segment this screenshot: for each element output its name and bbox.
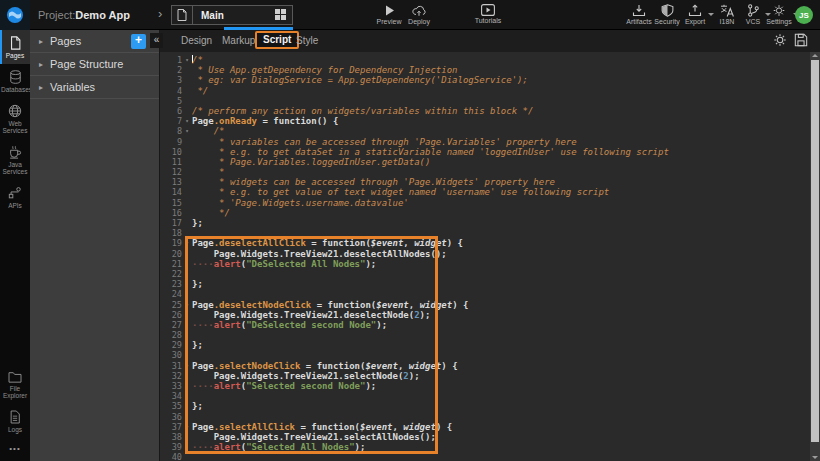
scroll-down-arrow[interactable] bbox=[810, 453, 820, 461]
fold-toggle-icon[interactable]: ▾ bbox=[182, 116, 192, 126]
scroll-up-arrow[interactable] bbox=[810, 52, 820, 60]
code-line[interactable]: 33····alert("Selected second Node"); bbox=[160, 381, 810, 391]
fold-gutter bbox=[182, 330, 192, 340]
code-line[interactable]: 14 * e.g. to get value of text widget na… bbox=[160, 187, 810, 197]
code-line[interactable]: 24 bbox=[160, 289, 810, 299]
branch-icon bbox=[746, 4, 760, 17]
code-line[interactable]: 4 */ bbox=[160, 86, 810, 96]
code-line[interactable]: 2 * Use App.getDependency for Dependency… bbox=[160, 65, 810, 75]
page-tab-main[interactable]: Main bbox=[171, 5, 293, 25]
code-line[interactable]: 11 * Page.Variables.loggedInUser.getData… bbox=[160, 157, 810, 167]
sidebar-item-logs[interactable]: Logs bbox=[0, 404, 30, 438]
fold-gutter bbox=[182, 106, 192, 116]
code-line[interactable]: 29}; bbox=[160, 340, 810, 350]
save-icon[interactable] bbox=[794, 33, 808, 47]
export-button[interactable]: Export bbox=[677, 4, 713, 26]
code-line[interactable]: 36 bbox=[160, 412, 810, 422]
sidebar-item-apis[interactable]: APIs bbox=[0, 180, 30, 214]
code-line[interactable]: 37▾Page.selectAllClick = function($event… bbox=[160, 422, 810, 432]
app-window: Project:Demo App › Main Preview Deploy T… bbox=[0, 0, 820, 461]
fold-toggle-icon[interactable]: ▾ bbox=[182, 126, 192, 136]
pages-panel: ▸ Pages + ▸ Page Structure ▸ Variables bbox=[30, 30, 160, 461]
code-line[interactable]: 32 Page.Widgets.TreeView21.selectNode(2)… bbox=[160, 371, 810, 381]
code-line[interactable]: 12 * bbox=[160, 167, 810, 177]
wavemaker-logo[interactable] bbox=[0, 0, 30, 30]
tutorials-button[interactable]: Tutorials bbox=[466, 4, 510, 25]
code-line[interactable]: 8▾ /* bbox=[160, 126, 810, 136]
sidebar-item-pages[interactable]: Pages bbox=[0, 30, 30, 64]
panel-section-page-structure[interactable]: ▸ Page Structure bbox=[30, 53, 159, 76]
script-settings-gear-icon[interactable] bbox=[773, 33, 787, 47]
code-line[interactable]: 23}; bbox=[160, 279, 810, 289]
code-line[interactable]: 3 * eg: var DialogService = App.getDepen… bbox=[160, 75, 810, 85]
sidebar-item-databases[interactable]: Databases bbox=[0, 64, 30, 98]
code-line[interactable]: 13 * widgets can be accessed through 'Pa… bbox=[160, 177, 810, 187]
user-avatar[interactable]: JS bbox=[795, 6, 813, 24]
tab-style[interactable]: Style bbox=[296, 35, 318, 46]
deploy-button[interactable]: Deploy bbox=[397, 4, 441, 26]
code-line[interactable]: 20 Page.Widgets.TreeView21.deselectAllNo… bbox=[160, 249, 810, 259]
code-line[interactable]: 27····alert("DeSelected second Node"); bbox=[160, 320, 810, 330]
video-icon bbox=[481, 4, 495, 16]
fold-toggle-icon[interactable]: ▾ bbox=[182, 55, 192, 65]
fold-gutter bbox=[182, 432, 192, 442]
scrollbar-thumb[interactable] bbox=[811, 60, 819, 442]
code-line[interactable]: 1▾/* bbox=[160, 55, 810, 65]
sidebar-item-web-services[interactable]: Web Services bbox=[0, 98, 30, 139]
collapse-panel-button[interactable]: « bbox=[150, 33, 163, 48]
web-services-icon bbox=[8, 104, 22, 118]
tab-design[interactable]: Design bbox=[181, 35, 212, 46]
fold-gutter bbox=[182, 228, 192, 238]
code-line[interactable]: 6/* perform any action on widgets/variab… bbox=[160, 106, 810, 116]
code-line[interactable]: 10 * e.g. to get dataSet in a staticVari… bbox=[160, 147, 810, 157]
panel-section-pages[interactable]: ▸ Pages + bbox=[30, 30, 159, 53]
sidebar-overflow-button[interactable]: ••• bbox=[0, 438, 30, 461]
code-line[interactable]: 38 Page.Widgets.TreeView21.selectAllNode… bbox=[160, 432, 810, 442]
caret-right-icon: ▸ bbox=[39, 83, 43, 92]
code-line[interactable]: 35}; bbox=[160, 401, 810, 411]
fold-toggle-icon[interactable]: ▾ bbox=[182, 361, 192, 371]
code-line[interactable]: 39····alert("Selected All Nodes"); bbox=[160, 442, 810, 452]
vertical-scrollbar[interactable] bbox=[810, 52, 820, 461]
code-line[interactable]: 5 bbox=[160, 96, 810, 106]
fold-gutter bbox=[182, 157, 192, 167]
fold-toggle-icon[interactable]: ▾ bbox=[182, 422, 192, 432]
code-line[interactable]: 16 */ bbox=[160, 208, 810, 218]
code-line[interactable]: 40 bbox=[160, 452, 810, 461]
tab-markup[interactable]: Markup bbox=[222, 35, 255, 46]
code-line[interactable]: 26 Page.Widgets.TreeView21.deselectNode(… bbox=[160, 310, 810, 320]
code-line[interactable]: 22 bbox=[160, 269, 810, 279]
sidebar-item-java-services[interactable]: Java Services bbox=[0, 139, 30, 180]
code-line[interactable]: 28 bbox=[160, 330, 810, 340]
translate-icon bbox=[720, 4, 734, 17]
artifacts-label: Artifacts bbox=[626, 18, 651, 25]
code-line[interactable]: 9 * variables can be accessed through 'P… bbox=[160, 137, 810, 147]
code-line[interactable]: 7▾Page.onReady = function() { bbox=[160, 116, 810, 126]
code-line[interactable]: 34 bbox=[160, 391, 810, 401]
script-editor[interactable]: 1▾/*2 * Use App.getDependency for Depend… bbox=[160, 52, 820, 461]
code-line[interactable]: 18 bbox=[160, 228, 810, 238]
tab-script[interactable]: Script bbox=[255, 31, 299, 49]
panel-section-variables[interactable]: ▸ Variables bbox=[30, 76, 159, 99]
fold-toggle-icon[interactable]: ▾ bbox=[182, 238, 192, 248]
add-page-button[interactable]: + bbox=[131, 34, 146, 49]
sidebar-label: APIs bbox=[1, 202, 29, 209]
code-line[interactable]: 30 bbox=[160, 350, 810, 360]
fold-gutter bbox=[182, 442, 192, 452]
code-line[interactable]: 31▾Page.selectNodeClick = function($even… bbox=[160, 361, 810, 371]
grid-icon[interactable] bbox=[275, 6, 286, 24]
fold-toggle-icon[interactable]: ▾ bbox=[182, 300, 192, 310]
project-label: Project: bbox=[38, 9, 75, 21]
code-line[interactable]: 19▾Page.deselectAllClick = function($eve… bbox=[160, 238, 810, 248]
logs-icon bbox=[9, 410, 21, 424]
code-line[interactable]: 15 * 'Page.Widgets.username.datavalue' bbox=[160, 198, 810, 208]
code-line[interactable]: 25▾Page.deselectNodeClick = function($ev… bbox=[160, 300, 810, 310]
page-file-icon[interactable] bbox=[172, 6, 193, 24]
sidebar-item-file-explorer[interactable]: File Explorer bbox=[0, 365, 30, 404]
code-line[interactable]: 17}; bbox=[160, 218, 810, 228]
code-line[interactable]: 21····alert("DeSelected All Nodes"); bbox=[160, 259, 810, 269]
fold-gutter bbox=[182, 371, 192, 381]
sidebar-label: Web Services bbox=[1, 120, 29, 134]
settings-button[interactable]: Settings bbox=[760, 4, 798, 26]
fold-gutter bbox=[182, 86, 192, 96]
